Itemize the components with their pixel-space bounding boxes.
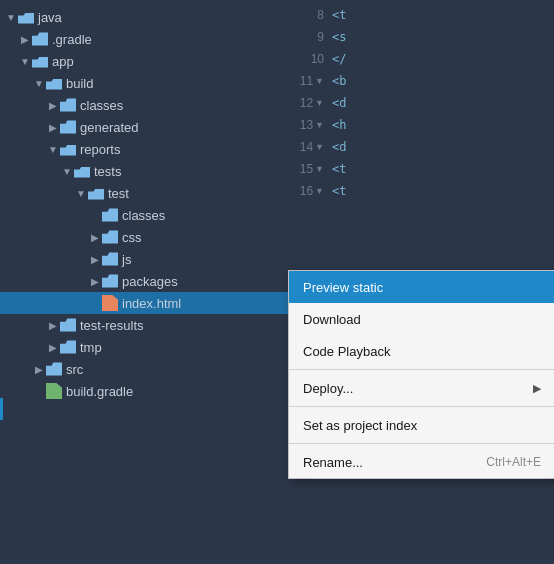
html-file-icon bbox=[102, 295, 118, 311]
code-line: <t bbox=[330, 4, 554, 26]
menu-item-deploy[interactable]: Deploy...▶ bbox=[289, 372, 554, 404]
tree-item-label: java bbox=[38, 10, 62, 25]
tree-item-generated[interactable]: generated bbox=[0, 116, 290, 138]
folder-closed-icon bbox=[60, 119, 76, 135]
fold-arrow bbox=[46, 320, 60, 331]
folder-closed-icon bbox=[102, 229, 118, 245]
tree-item-css[interactable]: css bbox=[0, 226, 290, 248]
tree-item-label: generated bbox=[80, 120, 139, 135]
fold-arrow bbox=[60, 166, 74, 177]
line-number-9: 9 bbox=[290, 26, 330, 48]
folder-closed-icon bbox=[102, 251, 118, 267]
line-number-12: 12▼ bbox=[290, 92, 330, 114]
tree-item-label: packages bbox=[122, 274, 178, 289]
folder-closed-icon bbox=[102, 273, 118, 289]
menu-item-preview-static[interactable]: Preview static bbox=[289, 271, 554, 303]
fold-arrow-icon: ▼ bbox=[315, 164, 324, 174]
menu-item-label: Set as project index bbox=[303, 418, 417, 433]
folder-closed-icon bbox=[60, 97, 76, 113]
line-number-15: 15▼ bbox=[290, 158, 330, 180]
tree-item-packages[interactable]: packages bbox=[0, 270, 290, 292]
line-number-16: 16▼ bbox=[290, 180, 330, 202]
folder-closed-icon bbox=[60, 339, 76, 355]
fold-arrow bbox=[74, 188, 88, 199]
tree-item-label: test-results bbox=[80, 318, 144, 333]
fold-arrow bbox=[32, 78, 46, 89]
selected-indicator bbox=[0, 398, 3, 420]
line-number-14: 14▼ bbox=[290, 136, 330, 158]
line-number-11: 11▼ bbox=[290, 70, 330, 92]
line-number-10: 10 bbox=[290, 48, 330, 70]
code-line: <s bbox=[330, 26, 554, 48]
tree-item-test-results[interactable]: test-results bbox=[0, 314, 290, 336]
tree-item-label: css bbox=[122, 230, 142, 245]
fold-arrow bbox=[88, 232, 102, 243]
tree-item-java[interactable]: java bbox=[0, 6, 290, 28]
tree-item-tests[interactable]: tests bbox=[0, 160, 290, 182]
tree-item-classes2[interactable]: classes bbox=[0, 204, 290, 226]
tree-item-label: index.html bbox=[122, 296, 181, 311]
menu-item-code-playback[interactable]: Code Playback bbox=[289, 335, 554, 367]
fold-arrow-icon: ▼ bbox=[315, 98, 324, 108]
fold-arrow bbox=[4, 12, 18, 23]
line-number-13: 13▼ bbox=[290, 114, 330, 136]
tree-item-label: app bbox=[52, 54, 74, 69]
folder-open-icon bbox=[32, 53, 48, 69]
tree-item-tmp[interactable]: tmp bbox=[0, 336, 290, 358]
code-line: <d bbox=[330, 92, 554, 114]
tree-item-reports[interactable]: reports bbox=[0, 138, 290, 160]
fold-arrow-icon: ▼ bbox=[315, 142, 324, 152]
menu-separator bbox=[289, 406, 554, 407]
file-tree: java.gradleappbuildclassesgeneratedrepor… bbox=[0, 0, 290, 564]
folder-closed-icon bbox=[60, 317, 76, 333]
menu-item-download[interactable]: Download bbox=[289, 303, 554, 335]
code-line: <d bbox=[330, 136, 554, 158]
menu-item-label: Rename... bbox=[303, 455, 363, 470]
menu-item-rename[interactable]: Rename...Ctrl+Alt+E bbox=[289, 446, 554, 478]
tree-item-index-html[interactable]: index.html bbox=[0, 292, 290, 314]
menu-item-label: Download bbox=[303, 312, 361, 327]
tree-item-label: src bbox=[66, 362, 83, 377]
tree-item-build[interactable]: build bbox=[0, 72, 290, 94]
gradle-file-icon bbox=[46, 383, 62, 399]
tree-item-label: tests bbox=[94, 164, 121, 179]
menu-shortcut: Ctrl+Alt+E bbox=[486, 455, 541, 469]
fold-arrow bbox=[46, 100, 60, 111]
folder-closed-icon bbox=[32, 31, 48, 47]
fold-arrow bbox=[88, 254, 102, 265]
menu-item-set-as-index[interactable]: Set as project index bbox=[289, 409, 554, 441]
submenu-arrow-icon: ▶ bbox=[533, 382, 541, 395]
folder-closed-icon bbox=[46, 361, 62, 377]
folder-closed-icon bbox=[102, 207, 118, 223]
tree-item-label: js bbox=[122, 252, 131, 267]
tree-item-app[interactable]: app bbox=[0, 50, 290, 72]
tree-item-label: reports bbox=[80, 142, 120, 157]
fold-arrow-icon: ▼ bbox=[315, 120, 324, 130]
menu-item-label: Preview static bbox=[303, 280, 383, 295]
tree-item-gradle[interactable]: .gradle bbox=[0, 28, 290, 50]
menu-item-label: Code Playback bbox=[303, 344, 390, 359]
fold-arrow bbox=[46, 144, 60, 155]
folder-open-icon bbox=[88, 185, 104, 201]
code-line: <t bbox=[330, 158, 554, 180]
code-line: <h bbox=[330, 114, 554, 136]
folder-open-icon bbox=[74, 163, 90, 179]
tree-item-label: .gradle bbox=[52, 32, 92, 47]
code-line: </ bbox=[330, 48, 554, 70]
fold-arrow-icon: ▼ bbox=[315, 76, 324, 86]
code-line: <t bbox=[330, 180, 554, 202]
tree-item-label: classes bbox=[122, 208, 165, 223]
menu-separator bbox=[289, 369, 554, 370]
code-content: <t<s</<b<d<h<d<t<t bbox=[330, 4, 554, 202]
tree-item-src[interactable]: src bbox=[0, 358, 290, 380]
tree-item-js[interactable]: js bbox=[0, 248, 290, 270]
tree-item-build-gradle[interactable]: build.gradle bbox=[0, 380, 290, 402]
line-number-8: 8 bbox=[290, 4, 330, 26]
tree-item-classes[interactable]: classes bbox=[0, 94, 290, 116]
tree-item-test[interactable]: test bbox=[0, 182, 290, 204]
code-line: <b bbox=[330, 70, 554, 92]
fold-arrow bbox=[46, 122, 60, 133]
folder-open-icon bbox=[18, 9, 34, 25]
tree-item-label: test bbox=[108, 186, 129, 201]
tree-item-label: build.gradle bbox=[66, 384, 133, 399]
